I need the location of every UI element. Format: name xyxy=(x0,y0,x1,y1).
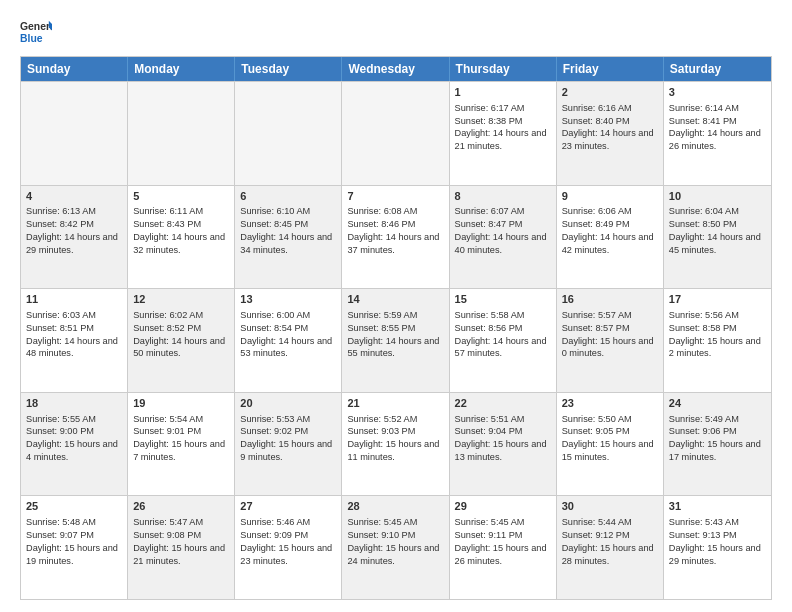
header-day: Thursday xyxy=(450,57,557,81)
day-number: 14 xyxy=(347,292,443,307)
day-number: 19 xyxy=(133,396,229,411)
cell-info: Sunrise: 6:14 AM Sunset: 8:41 PM Dayligh… xyxy=(669,103,764,151)
day-number: 5 xyxy=(133,189,229,204)
calendar-row: 4Sunrise: 6:13 AM Sunset: 8:42 PM Daylig… xyxy=(21,185,771,289)
cell-info: Sunrise: 5:47 AM Sunset: 9:08 PM Dayligh… xyxy=(133,517,228,565)
calendar-cell: 11Sunrise: 6:03 AM Sunset: 8:51 PM Dayli… xyxy=(21,289,128,392)
header-day: Wednesday xyxy=(342,57,449,81)
cell-info: Sunrise: 5:57 AM Sunset: 8:57 PM Dayligh… xyxy=(562,310,657,358)
day-number: 29 xyxy=(455,499,551,514)
calendar-cell: 3Sunrise: 6:14 AM Sunset: 8:41 PM Daylig… xyxy=(664,82,771,185)
day-number: 3 xyxy=(669,85,766,100)
day-number: 27 xyxy=(240,499,336,514)
cell-info: Sunrise: 6:13 AM Sunset: 8:42 PM Dayligh… xyxy=(26,206,121,254)
calendar-row: 25Sunrise: 5:48 AM Sunset: 9:07 PM Dayli… xyxy=(21,495,771,599)
cell-info: Sunrise: 6:00 AM Sunset: 8:54 PM Dayligh… xyxy=(240,310,335,358)
cell-info: Sunrise: 5:58 AM Sunset: 8:56 PM Dayligh… xyxy=(455,310,550,358)
day-number: 26 xyxy=(133,499,229,514)
day-number: 23 xyxy=(562,396,658,411)
calendar-cell: 15Sunrise: 5:58 AM Sunset: 8:56 PM Dayli… xyxy=(450,289,557,392)
calendar-cell: 7Sunrise: 6:08 AM Sunset: 8:46 PM Daylig… xyxy=(342,186,449,289)
header-day: Sunday xyxy=(21,57,128,81)
calendar-cell: 20Sunrise: 5:53 AM Sunset: 9:02 PM Dayli… xyxy=(235,393,342,496)
cell-info: Sunrise: 6:08 AM Sunset: 8:46 PM Dayligh… xyxy=(347,206,442,254)
logo-icon: General Blue xyxy=(20,16,52,48)
svg-text:Blue: Blue xyxy=(20,33,43,44)
calendar-cell xyxy=(342,82,449,185)
calendar-cell xyxy=(128,82,235,185)
header: General Blue xyxy=(20,16,772,48)
cell-info: Sunrise: 5:45 AM Sunset: 9:11 PM Dayligh… xyxy=(455,517,550,565)
day-number: 11 xyxy=(26,292,122,307)
day-number: 2 xyxy=(562,85,658,100)
day-number: 6 xyxy=(240,189,336,204)
calendar-row: 1Sunrise: 6:17 AM Sunset: 8:38 PM Daylig… xyxy=(21,81,771,185)
cell-info: Sunrise: 5:56 AM Sunset: 8:58 PM Dayligh… xyxy=(669,310,764,358)
cell-info: Sunrise: 6:02 AM Sunset: 8:52 PM Dayligh… xyxy=(133,310,228,358)
calendar-cell: 24Sunrise: 5:49 AM Sunset: 9:06 PM Dayli… xyxy=(664,393,771,496)
calendar-cell: 6Sunrise: 6:10 AM Sunset: 8:45 PM Daylig… xyxy=(235,186,342,289)
day-number: 24 xyxy=(669,396,766,411)
day-number: 25 xyxy=(26,499,122,514)
cell-info: Sunrise: 6:10 AM Sunset: 8:45 PM Dayligh… xyxy=(240,206,335,254)
day-number: 12 xyxy=(133,292,229,307)
header-day: Friday xyxy=(557,57,664,81)
cell-info: Sunrise: 5:49 AM Sunset: 9:06 PM Dayligh… xyxy=(669,414,764,462)
calendar-cell: 4Sunrise: 6:13 AM Sunset: 8:42 PM Daylig… xyxy=(21,186,128,289)
day-number: 7 xyxy=(347,189,443,204)
calendar-cell: 27Sunrise: 5:46 AM Sunset: 9:09 PM Dayli… xyxy=(235,496,342,599)
logo: General Blue xyxy=(20,16,52,48)
calendar-cell: 8Sunrise: 6:07 AM Sunset: 8:47 PM Daylig… xyxy=(450,186,557,289)
cell-info: Sunrise: 6:07 AM Sunset: 8:47 PM Dayligh… xyxy=(455,206,550,254)
cell-info: Sunrise: 5:52 AM Sunset: 9:03 PM Dayligh… xyxy=(347,414,442,462)
cell-info: Sunrise: 5:45 AM Sunset: 9:10 PM Dayligh… xyxy=(347,517,442,565)
page: General Blue SundayMondayTuesdayWednesda… xyxy=(0,0,792,612)
calendar-cell xyxy=(21,82,128,185)
calendar-cell: 16Sunrise: 5:57 AM Sunset: 8:57 PM Dayli… xyxy=(557,289,664,392)
calendar-row: 11Sunrise: 6:03 AM Sunset: 8:51 PM Dayli… xyxy=(21,288,771,392)
calendar-cell: 5Sunrise: 6:11 AM Sunset: 8:43 PM Daylig… xyxy=(128,186,235,289)
cell-info: Sunrise: 5:59 AM Sunset: 8:55 PM Dayligh… xyxy=(347,310,442,358)
cell-info: Sunrise: 6:04 AM Sunset: 8:50 PM Dayligh… xyxy=(669,206,764,254)
day-number: 18 xyxy=(26,396,122,411)
calendar-cell: 22Sunrise: 5:51 AM Sunset: 9:04 PM Dayli… xyxy=(450,393,557,496)
calendar-row: 18Sunrise: 5:55 AM Sunset: 9:00 PM Dayli… xyxy=(21,392,771,496)
day-number: 22 xyxy=(455,396,551,411)
cell-info: Sunrise: 6:16 AM Sunset: 8:40 PM Dayligh… xyxy=(562,103,657,151)
calendar-cell: 18Sunrise: 5:55 AM Sunset: 9:00 PM Dayli… xyxy=(21,393,128,496)
calendar-header: SundayMondayTuesdayWednesdayThursdayFrid… xyxy=(21,57,771,81)
calendar-cell: 12Sunrise: 6:02 AM Sunset: 8:52 PM Dayli… xyxy=(128,289,235,392)
day-number: 20 xyxy=(240,396,336,411)
day-number: 1 xyxy=(455,85,551,100)
cell-info: Sunrise: 5:44 AM Sunset: 9:12 PM Dayligh… xyxy=(562,517,657,565)
cell-info: Sunrise: 5:48 AM Sunset: 9:07 PM Dayligh… xyxy=(26,517,121,565)
day-number: 15 xyxy=(455,292,551,307)
cell-info: Sunrise: 6:11 AM Sunset: 8:43 PM Dayligh… xyxy=(133,206,228,254)
day-number: 13 xyxy=(240,292,336,307)
calendar-cell: 21Sunrise: 5:52 AM Sunset: 9:03 PM Dayli… xyxy=(342,393,449,496)
day-number: 28 xyxy=(347,499,443,514)
day-number: 17 xyxy=(669,292,766,307)
calendar-cell: 25Sunrise: 5:48 AM Sunset: 9:07 PM Dayli… xyxy=(21,496,128,599)
cell-info: Sunrise: 5:50 AM Sunset: 9:05 PM Dayligh… xyxy=(562,414,657,462)
cell-info: Sunrise: 5:51 AM Sunset: 9:04 PM Dayligh… xyxy=(455,414,550,462)
calendar-cell: 30Sunrise: 5:44 AM Sunset: 9:12 PM Dayli… xyxy=(557,496,664,599)
calendar-body: 1Sunrise: 6:17 AM Sunset: 8:38 PM Daylig… xyxy=(21,81,771,599)
calendar-cell xyxy=(235,82,342,185)
calendar-cell: 10Sunrise: 6:04 AM Sunset: 8:50 PM Dayli… xyxy=(664,186,771,289)
cell-info: Sunrise: 6:03 AM Sunset: 8:51 PM Dayligh… xyxy=(26,310,121,358)
svg-text:General: General xyxy=(20,21,52,32)
calendar: SundayMondayTuesdayWednesdayThursdayFrid… xyxy=(20,56,772,600)
day-number: 16 xyxy=(562,292,658,307)
calendar-cell: 29Sunrise: 5:45 AM Sunset: 9:11 PM Dayli… xyxy=(450,496,557,599)
day-number: 21 xyxy=(347,396,443,411)
calendar-cell: 31Sunrise: 5:43 AM Sunset: 9:13 PM Dayli… xyxy=(664,496,771,599)
calendar-cell: 28Sunrise: 5:45 AM Sunset: 9:10 PM Dayli… xyxy=(342,496,449,599)
calendar-cell: 17Sunrise: 5:56 AM Sunset: 8:58 PM Dayli… xyxy=(664,289,771,392)
calendar-cell: 2Sunrise: 6:16 AM Sunset: 8:40 PM Daylig… xyxy=(557,82,664,185)
calendar-cell: 19Sunrise: 5:54 AM Sunset: 9:01 PM Dayli… xyxy=(128,393,235,496)
cell-info: Sunrise: 6:06 AM Sunset: 8:49 PM Dayligh… xyxy=(562,206,657,254)
day-number: 30 xyxy=(562,499,658,514)
cell-info: Sunrise: 5:43 AM Sunset: 9:13 PM Dayligh… xyxy=(669,517,764,565)
day-number: 10 xyxy=(669,189,766,204)
